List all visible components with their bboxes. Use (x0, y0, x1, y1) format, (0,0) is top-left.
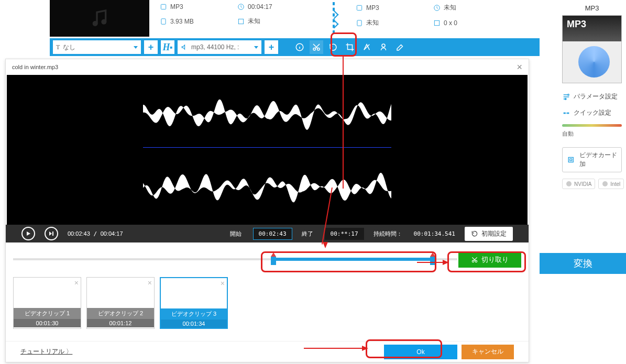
clip-remove-icon[interactable]: × (221, 279, 225, 288)
side-panel: MP3 MP3 パラメータ設定 クイック設定 自動 ビデオカード加 NVIDIA… (558, 0, 626, 192)
svg-point-1 (101, 19, 106, 25)
add-audio-button[interactable]: + (265, 40, 278, 54)
clip-item-active[interactable]: × ビデオクリップ 3 00:01:34 (160, 277, 228, 329)
clip-item[interactable]: × ビデオクリップ 1 00:01:30 (13, 277, 81, 329)
target-file-info: MP3 未知 未知 0 x 0 (350, 0, 529, 39)
source-size: 3.93 MB (170, 18, 194, 25)
channel-divider (143, 147, 391, 148)
end-label: 終了 (302, 230, 313, 238)
waveform-display[interactable] (7, 75, 528, 225)
jump-end-button[interactable] (45, 227, 58, 240)
subtitle-value: なし (63, 43, 75, 52)
edit-icon[interactable] (393, 40, 407, 54)
end-time-input[interactable]: 00:**:17 (325, 228, 364, 240)
svg-point-13 (382, 44, 385, 47)
close-icon[interactable]: × (517, 62, 522, 73)
svg-rect-20 (566, 113, 566, 113)
target-duration: 未知 (444, 3, 456, 12)
start-time-input[interactable]: 00:02:43 (253, 228, 292, 240)
svg-rect-8 (357, 20, 361, 26)
cut-label: 切り取り (481, 255, 509, 264)
param-label: パラメータ設定 (574, 92, 618, 101)
conversion-arrow (333, 2, 334, 34)
source-resolution: 未知 (248, 17, 260, 26)
dialog-footer: チュートリアル 〉 Ok キャンセル (6, 341, 529, 362)
svg-rect-5 (238, 19, 243, 24)
chevron-down-icon (134, 46, 138, 49)
reset-button[interactable]: 初期設定 (465, 227, 513, 241)
subtitle-select[interactable]: Tなし (53, 40, 141, 54)
svg-rect-18 (564, 112, 566, 114)
svg-rect-19 (567, 112, 569, 114)
source-duration: 00:04:17 (248, 3, 272, 10)
clip-time: 00:01:30 (14, 319, 81, 327)
target-resolution: 0 x 0 (444, 19, 457, 27)
effects-icon[interactable] (360, 40, 374, 54)
quality-slider[interactable] (558, 121, 626, 128)
clip-remove-icon[interactable]: × (148, 279, 152, 287)
svg-rect-2 (161, 4, 166, 9)
cut-icon[interactable] (310, 40, 323, 54)
range-start-handle[interactable] (271, 257, 276, 265)
play-button[interactable] (21, 227, 35, 240)
target-size: 未知 (366, 18, 379, 27)
duration-value: 00:01:34.541 (414, 230, 455, 237)
playback-time: 00:02:43 / 00:04:17 (68, 230, 123, 237)
clip-list: × ビデオクリップ 1 00:01:30 × ビデオクリップ 2 00:01:1… (6, 272, 529, 334)
range-track[interactable] (13, 258, 457, 260)
clip-remove-icon[interactable]: × (74, 279, 79, 287)
clip-time: 00:01:34 (161, 319, 227, 328)
output-format-tile[interactable]: MP3 (562, 15, 622, 83)
subtitle-style-button[interactable]: H■ (161, 40, 174, 54)
watermark-icon[interactable] (377, 40, 390, 54)
reset-label: 初期設定 (481, 229, 507, 238)
source-file-info: MP3 00:04:17 3.93 MB 未知 (155, 0, 333, 39)
add-subtitle-button[interactable]: + (144, 40, 158, 54)
disc-icon (578, 46, 610, 78)
svg-rect-6 (357, 5, 361, 10)
cancel-button[interactable]: キャンセル (462, 345, 514, 359)
clip-label: ビデオクリップ 3 (161, 308, 227, 319)
nvidia-badge: NVIDIA (562, 179, 595, 189)
chevron-down-icon (254, 46, 258, 49)
info-icon[interactable] (293, 40, 306, 54)
media-thumbnail (50, 0, 149, 37)
range-selector: 切り取り (6, 242, 529, 272)
quality-label: 自動 (558, 128, 626, 144)
svg-point-22 (566, 181, 572, 186)
quick-settings-link[interactable]: クイック設定 (558, 105, 626, 121)
intel-badge: Intel (598, 179, 624, 189)
audio-track-select[interactable]: mp3, 44100 Hz, : (178, 40, 261, 54)
svg-rect-9 (434, 20, 439, 25)
duration-label: 持続時間： (374, 230, 402, 238)
output-format-label: MP3 (558, 0, 626, 15)
svg-rect-21 (568, 157, 573, 162)
audio-value: mp3, 44100 Hz, : (191, 43, 239, 51)
target-format: MP3 (366, 4, 379, 12)
clip-label: ビデオクリップ 2 (87, 308, 154, 319)
quick-label: クイック設定 (574, 108, 611, 117)
videocard-accel-button[interactable]: ビデオカード加 (562, 147, 622, 172)
source-format: MP3 (170, 3, 183, 10)
svg-point-23 (602, 181, 608, 186)
edit-toolbar: Tなし + H■ mp3, 44100 Hz, : + (50, 38, 540, 56)
clip-item[interactable]: × ビデオクリップ 2 00:01:12 (86, 277, 155, 329)
range-end-handle[interactable] (430, 257, 435, 265)
parameter-settings-link[interactable]: パラメータ設定 (558, 89, 626, 105)
tutorial-link[interactable]: チュートリアル 〉 (20, 347, 72, 356)
format-thumb-label: MP3 (567, 19, 586, 30)
playback-controls: 00:02:43 / 00:04:17 開始 00:02:43 終了 00:**… (6, 225, 529, 242)
videocard-label: ビデオカード加 (579, 151, 617, 169)
clip-time: 00:01:12 (87, 319, 154, 327)
ok-button[interactable]: Ok (384, 345, 457, 359)
convert-button[interactable]: 変換 (540, 253, 626, 274)
rotate-icon[interactable] (326, 40, 340, 54)
crop-icon[interactable] (343, 40, 357, 54)
svg-point-0 (93, 21, 98, 26)
start-label: 開始 (230, 230, 241, 238)
svg-rect-4 (161, 18, 166, 24)
cut-dialog: cold in winter.mp3 × 00:02:43 / 00:04:17… (5, 59, 529, 362)
cut-button[interactable]: 切り取り (458, 252, 521, 268)
svg-point-16 (568, 94, 569, 95)
dialog-title: cold in winter.mp3 (12, 64, 58, 70)
